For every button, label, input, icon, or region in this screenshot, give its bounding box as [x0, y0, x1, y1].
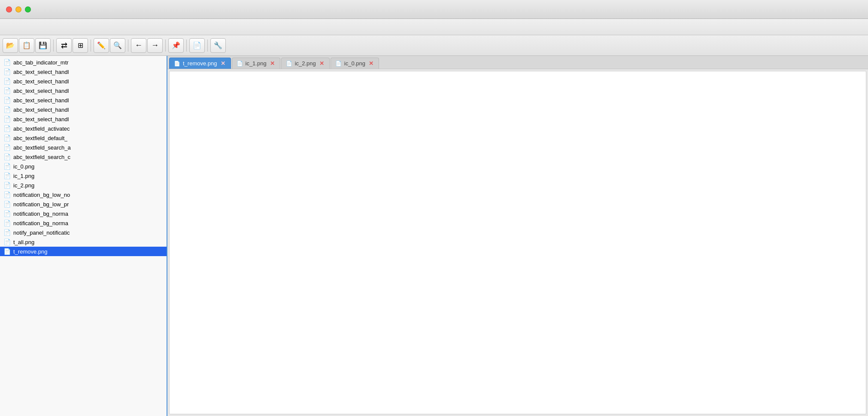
menu-file[interactable] — [3, 25, 12, 29]
file-icon: 📄 — [3, 248, 11, 255]
file-name: notification_bg_norma — [13, 220, 68, 226]
back-arrow-icon: ← — [135, 41, 143, 50]
separator-1 — [53, 40, 54, 52]
file-icon: 📄 — [3, 59, 11, 66]
list-item[interactable]: 📄ic_2.png — [0, 180, 167, 190]
file-icon: 📄 — [3, 182, 11, 189]
pin-button[interactable]: 📌 — [168, 38, 184, 53]
file-name: abc_text_select_handl — [13, 78, 69, 85]
list-item[interactable]: 📄t_remove.png — [0, 247, 167, 256]
tab-ic_1-png[interactable]: 📄ic_1.png✕ — [232, 58, 280, 69]
list-item[interactable]: 📄abc_text_select_handl — [0, 86, 167, 95]
file-name: abc_text_select_handl — [13, 116, 69, 122]
editor-area — [169, 71, 866, 414]
file-icon: 📄 — [3, 125, 11, 132]
menu-help[interactable] — [45, 25, 53, 29]
forward-arrow-button[interactable]: → — [147, 38, 163, 53]
file-icon: 📄 — [3, 239, 11, 245]
maximize-button[interactable] — [25, 6, 31, 12]
save-icon: 💾 — [39, 41, 47, 49]
file-icon: 📄 — [3, 106, 11, 113]
close-button[interactable] — [6, 6, 12, 12]
tab-file-icon: 📄 — [335, 61, 342, 67]
file-name: abc_textfield_default_ — [13, 135, 67, 141]
list-item[interactable]: 📄abc_textfield_default_ — [0, 133, 167, 143]
separator-4 — [165, 40, 166, 52]
tab-close-button[interactable]: ✕ — [319, 60, 325, 67]
file-name: abc_textfield_activatec — [13, 125, 70, 132]
file-name: abc_textfield_search_c — [13, 154, 70, 160]
file-name: notification_bg_low_pr — [13, 201, 69, 208]
list-item[interactable]: 📄abc_textfield_search_c — [0, 152, 167, 162]
text-view-button[interactable]: 📄 — [189, 38, 205, 53]
search-button[interactable]: 🔍 — [110, 38, 125, 53]
open-folder-button[interactable]: 📂 — [3, 38, 18, 53]
file-name: abc_text_select_handl — [13, 69, 69, 75]
list-item[interactable]: 📄abc_text_select_handl — [0, 76, 167, 86]
tab-file-icon: 📄 — [174, 61, 180, 67]
list-item[interactable]: 📄notification_bg_low_pr — [0, 199, 167, 209]
settings-button[interactable]: 🔧 — [210, 38, 226, 53]
tab-label: ic_2.png — [295, 60, 316, 67]
search-icon: 🔍 — [113, 41, 122, 49]
file-icon: 📄 — [3, 191, 11, 198]
list-item[interactable]: 📄t_all.png — [0, 237, 167, 247]
grid-button[interactable]: ⊞ — [73, 38, 88, 53]
minimize-button[interactable] — [15, 6, 21, 12]
separator-2 — [91, 40, 91, 52]
tab-ic_2-png[interactable]: 📄ic_2.png✕ — [281, 58, 330, 69]
file-name: abc_text_select_handl — [13, 97, 69, 104]
title-bar — [0, 0, 868, 19]
menu-bar — [0, 19, 868, 35]
menu-view[interactable] — [14, 25, 22, 29]
list-item[interactable]: 📄abc_text_select_handl — [0, 95, 167, 105]
tab-t_remove-png[interactable]: 📄t_remove.png✕ — [169, 58, 231, 69]
list-item[interactable]: 📄abc_text_select_handl — [0, 105, 167, 114]
tab-close-button[interactable]: ✕ — [368, 60, 374, 67]
window-controls[interactable] — [6, 6, 31, 12]
menu-navigation[interactable] — [24, 25, 33, 29]
list-item[interactable]: 📄abc_textfield_activatec — [0, 124, 167, 133]
separator-3 — [128, 40, 128, 52]
list-item[interactable]: 📄notification_bg_norma — [0, 218, 167, 228]
list-item[interactable]: 📄ic_1.png — [0, 171, 167, 180]
tab-label: ic_1.png — [246, 60, 267, 67]
tab-file-icon: 📄 — [286, 61, 292, 67]
file-name: abc_tab_indicator_mtr — [13, 59, 69, 66]
file-icon: 📄 — [3, 78, 11, 85]
list-item[interactable]: 📄abc_text_select_handl — [0, 114, 167, 124]
file-name: ic_2.png — [13, 182, 34, 189]
list-item[interactable]: 📄abc_text_select_handl — [0, 67, 167, 76]
list-item[interactable]: 📄abc_tab_indicator_mtr — [0, 58, 167, 67]
list-item[interactable]: 📄notification_bg_low_no — [0, 190, 167, 199]
file-icon: 📄 — [3, 116, 11, 122]
tab-ic_0-png[interactable]: 📄ic_0.png✕ — [331, 58, 379, 69]
separator-6 — [207, 40, 208, 52]
pin-icon: 📌 — [172, 41, 180, 49]
file-list: 📄abc_tab_indicator_mtr📄abc_text_select_h… — [0, 56, 167, 416]
back-arrow-button[interactable]: ← — [131, 38, 146, 53]
list-item[interactable]: 📄abc_textfield_search_a — [0, 143, 167, 152]
copy-button[interactable]: 📋 — [19, 38, 34, 53]
text-view-icon: 📄 — [193, 41, 201, 49]
tab-label: ic_0.png — [344, 60, 365, 67]
tab-close-button[interactable]: ✕ — [220, 60, 226, 67]
file-name: abc_text_select_handl — [13, 107, 69, 113]
save-button[interactable]: 💾 — [35, 38, 51, 53]
file-icon: 📄 — [3, 135, 11, 141]
nav-back-button[interactable]: ⇄ — [56, 38, 72, 53]
file-icon: 📄 — [3, 220, 11, 226]
list-item[interactable]: 📄notify_panel_notificatic — [0, 228, 167, 237]
file-icon: 📄 — [3, 201, 11, 208]
settings-icon: 🔧 — [214, 41, 222, 49]
file-name: abc_textfield_search_a — [13, 144, 71, 151]
list-item[interactable]: 📄notification_bg_norma — [0, 209, 167, 218]
pencil-button[interactable]: ✏️ — [94, 38, 109, 53]
list-item[interactable]: 📄ic_0.png — [0, 162, 167, 171]
menu-tools[interactable] — [34, 25, 43, 29]
file-icon: 📄 — [3, 210, 11, 217]
file-icon: 📄 — [3, 172, 11, 179]
tab-close-button[interactable]: ✕ — [269, 60, 276, 67]
tab-file-icon: 📄 — [237, 61, 243, 67]
forward-arrow-icon: → — [151, 41, 159, 50]
